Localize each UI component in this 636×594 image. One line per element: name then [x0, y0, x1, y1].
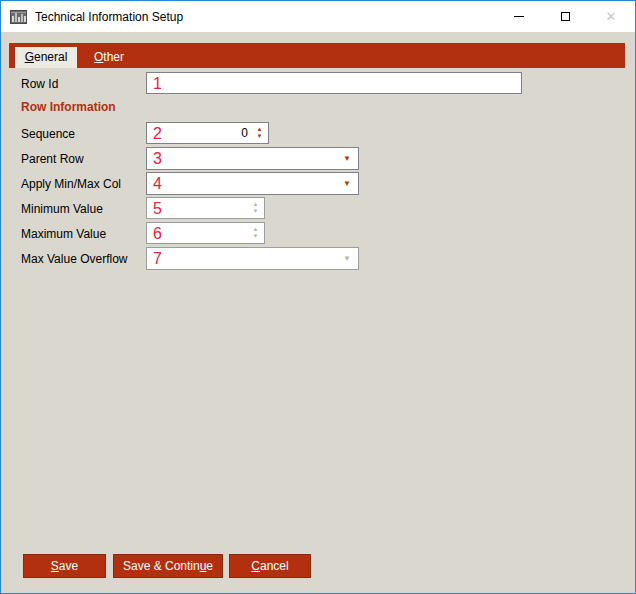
maximize-button[interactable] [542, 1, 588, 32]
parent-row-label: Parent Row [21, 152, 84, 166]
save-and-continue-button[interactable]: Save & Continue [113, 554, 223, 578]
annotation-marker-4: 4 [153, 174, 162, 193]
app-table-icon [10, 10, 27, 24]
annotation-marker-3: 3 [153, 149, 162, 168]
spin-down-icon: ▼ [253, 208, 259, 215]
tab-other[interactable]: Other [81, 47, 137, 68]
tab-strip: General Other [9, 43, 625, 68]
titlebar: Technical Information Setup ✕ [1, 1, 635, 32]
sequence-spinner[interactable]: 2 0 ▲ ▼ [146, 122, 269, 144]
window-title: Technical Information Setup [35, 10, 183, 24]
sequence-label: Sequence [21, 127, 75, 141]
max-value-overflow-dropdown: 7 ▼ [146, 247, 359, 270]
maximum-value-spin-buttons: ▲ ▼ [249, 224, 262, 242]
minimum-value-label: Minimum Value [21, 202, 103, 216]
annotation-marker-5: 5 [153, 199, 162, 218]
max-value-overflow-label: Max Value Overflow [21, 252, 127, 266]
sequence-spin-buttons[interactable]: ▲ ▼ [253, 124, 266, 142]
spin-up-icon: ▲ [257, 126, 263, 133]
spin-down-icon: ▼ [257, 133, 263, 140]
sequence-value: 0 [241, 126, 248, 140]
save-button[interactable]: Save [23, 554, 106, 578]
row-information-header: Row Information [21, 100, 116, 114]
row-id-label: Row Id [21, 77, 58, 91]
spin-up-icon: ▲ [253, 226, 259, 233]
apply-minmax-col-label: Apply Min/Max Col [21, 177, 121, 191]
apply-minmax-col-dropdown[interactable]: 4 ▼ [146, 172, 359, 195]
row-id-input[interactable]: 1 [146, 72, 522, 94]
maximize-icon [561, 12, 570, 21]
minimum-value-spin-buttons: ▲ ▼ [249, 199, 262, 217]
minimize-icon [514, 16, 524, 17]
annotation-marker-7: 7 [153, 249, 162, 268]
chevron-down-icon: ▼ [343, 255, 351, 263]
close-button[interactable]: ✕ [588, 1, 634, 32]
technical-information-setup-window: Technical Information Setup ✕ General Ot… [0, 0, 636, 594]
minimize-button[interactable] [496, 1, 542, 32]
close-icon: ✕ [606, 10, 617, 23]
maximum-value-label: Maximum Value [21, 227, 106, 241]
spin-up-icon: ▲ [253, 201, 259, 208]
window-controls: ✕ [496, 1, 634, 32]
chevron-down-icon: ▼ [343, 155, 351, 163]
tab-general[interactable]: General [15, 47, 77, 68]
cancel-button[interactable]: Cancel [229, 554, 311, 578]
parent-row-dropdown[interactable]: 3 ▼ [146, 147, 359, 170]
maximum-value-spinner: 6 ▲ ▼ [146, 222, 265, 244]
spin-down-icon: ▼ [253, 233, 259, 240]
annotation-marker-2: 2 [153, 124, 162, 143]
minimum-value-spinner: 5 ▲ ▼ [146, 197, 265, 219]
annotation-marker-1: 1 [153, 74, 162, 93]
chevron-down-icon: ▼ [343, 180, 351, 188]
annotation-marker-6: 6 [153, 224, 162, 243]
